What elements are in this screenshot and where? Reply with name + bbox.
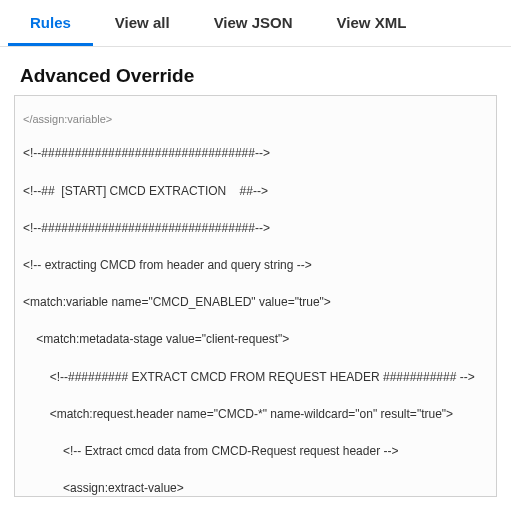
tab-rules[interactable]: Rules — [8, 0, 93, 46]
tab-bar: Rules View all View JSON View XML — [0, 0, 511, 47]
code-line: </assign:variable> — [23, 113, 488, 126]
code-line: <!-- extracting CMCD from header and que… — [23, 256, 488, 275]
code-line: <match:request.header name="CMCD-*" name… — [23, 405, 488, 424]
code-line: <!--################################--> — [23, 144, 488, 163]
code-line: <match:variable name="CMCD_ENABLED" valu… — [23, 293, 488, 312]
code-line: <assign:extract-value> — [23, 479, 488, 497]
code-line: <!--######### EXTRACT CMCD FROM REQUEST … — [23, 368, 488, 387]
tab-view-xml[interactable]: View XML — [315, 0, 429, 46]
tab-view-all[interactable]: View all — [93, 0, 192, 46]
code-line: <match:metadata-stage value="client-requ… — [23, 330, 488, 349]
tab-view-json[interactable]: View JSON — [192, 0, 315, 46]
section-title: Advanced Override — [0, 47, 511, 95]
code-block[interactable]: </assign:variable> <!--#################… — [14, 95, 497, 497]
code-line: <!--################################--> — [23, 219, 488, 238]
code-line: <!--## [START] CMCD EXTRACTION ##--> — [23, 182, 488, 201]
code-line: <!-- Extract cmcd data from CMCD-Request… — [23, 442, 488, 461]
